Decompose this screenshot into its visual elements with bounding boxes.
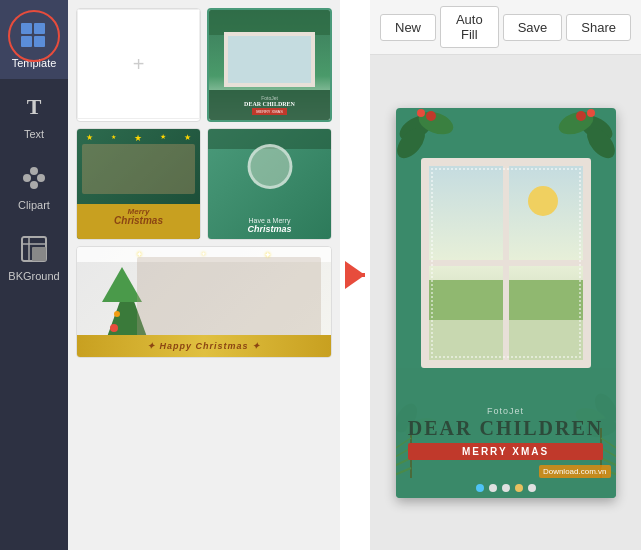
dot-1[interactable] xyxy=(476,484,484,492)
autofill-button[interactable]: Auto Fill xyxy=(440,6,499,48)
card-bottom-text: FotoJet DEAR CHILDREN MERRY XMAS xyxy=(396,368,616,498)
fotojet-label: FotoJet xyxy=(408,406,603,416)
sidebar-item-clipart[interactable]: Clipart xyxy=(0,150,68,221)
window-frame xyxy=(421,158,591,368)
template-grid: + FotoJet DEAR CHILDREN MERRY XMAS xyxy=(76,8,332,358)
template-card-have-merry[interactable]: Have a Merry Christmas xyxy=(207,128,332,240)
window-divider-horizontal xyxy=(429,260,583,266)
svg-point-7 xyxy=(30,181,38,189)
svg-point-6 xyxy=(37,174,45,182)
dot-5[interactable] xyxy=(528,484,536,492)
sidebar-item-bkground[interactable]: BKGround xyxy=(0,221,68,292)
svg-rect-11 xyxy=(32,247,46,261)
sidebar: Template T Text Clipart BKGroun xyxy=(0,0,68,550)
svg-point-4 xyxy=(23,174,31,182)
sidebar-item-text-label: Text xyxy=(24,128,44,140)
clipart-icon xyxy=(20,164,48,192)
dots-row xyxy=(396,484,616,492)
merry-xmas-badge: MERRY XMAS xyxy=(408,443,603,460)
clipart-icon-area xyxy=(16,160,52,196)
template-panel: + FotoJet DEAR CHILDREN MERRY XMAS xyxy=(68,0,340,550)
sidebar-item-template[interactable]: Template xyxy=(0,0,68,79)
sidebar-item-text[interactable]: T Text xyxy=(0,79,68,150)
svg-point-20 xyxy=(576,111,586,121)
svg-rect-1 xyxy=(34,23,45,34)
canvas-area: FotoJet DEAR CHILDREN MERRY XMAS xyxy=(370,55,641,550)
dot-2[interactable] xyxy=(489,484,497,492)
save-button[interactable]: Save xyxy=(503,14,563,41)
dear-children-text: DEAR CHILDREN xyxy=(408,418,603,438)
svg-rect-0 xyxy=(21,23,32,34)
arrow-right xyxy=(345,261,365,289)
svg-point-21 xyxy=(587,109,595,117)
svg-point-16 xyxy=(417,109,425,117)
template-icon-area xyxy=(16,18,52,54)
watermark: Download.com.vn xyxy=(539,465,611,478)
new-button[interactable]: New xyxy=(380,14,436,41)
dot-3[interactable] xyxy=(502,484,510,492)
right-panel: New Auto Fill Save Share xyxy=(370,0,641,550)
arrow-container xyxy=(340,0,370,550)
text-icon-area: T xyxy=(16,89,52,125)
dot-4[interactable] xyxy=(515,484,523,492)
share-button[interactable]: Share xyxy=(566,14,631,41)
svg-point-5 xyxy=(30,167,38,175)
template-card-blank[interactable]: + xyxy=(76,8,201,122)
svg-rect-2 xyxy=(21,36,32,47)
bkground-icon xyxy=(20,235,48,263)
sidebar-item-template-label: Template xyxy=(12,57,57,69)
toolbar: New Auto Fill Save Share xyxy=(370,0,641,55)
bkground-icon-area xyxy=(16,231,52,267)
template-card-family[interactable]: ★ ★ ★ ★ ★ Merry Christmas xyxy=(76,128,201,240)
sidebar-item-bkground-label: BKGround xyxy=(8,270,59,282)
text-icon: T xyxy=(27,94,42,120)
template-card-happy-christmas[interactable]: ✦ ✦ ✦ ✦ Happy Christmas ✦ xyxy=(76,246,332,358)
window-sun xyxy=(528,186,558,216)
sidebar-item-clipart-label: Clipart xyxy=(18,199,50,211)
svg-point-15 xyxy=(426,111,436,121)
template-card-selected[interactable]: FotoJet DEAR CHILDREN MERRY XMAS xyxy=(207,8,332,122)
svg-rect-3 xyxy=(34,36,45,47)
preview-card[interactable]: FotoJet DEAR CHILDREN MERRY XMAS xyxy=(396,108,616,498)
svg-line-31 xyxy=(396,468,411,476)
template-icon xyxy=(19,21,49,51)
window-inner xyxy=(429,166,583,360)
